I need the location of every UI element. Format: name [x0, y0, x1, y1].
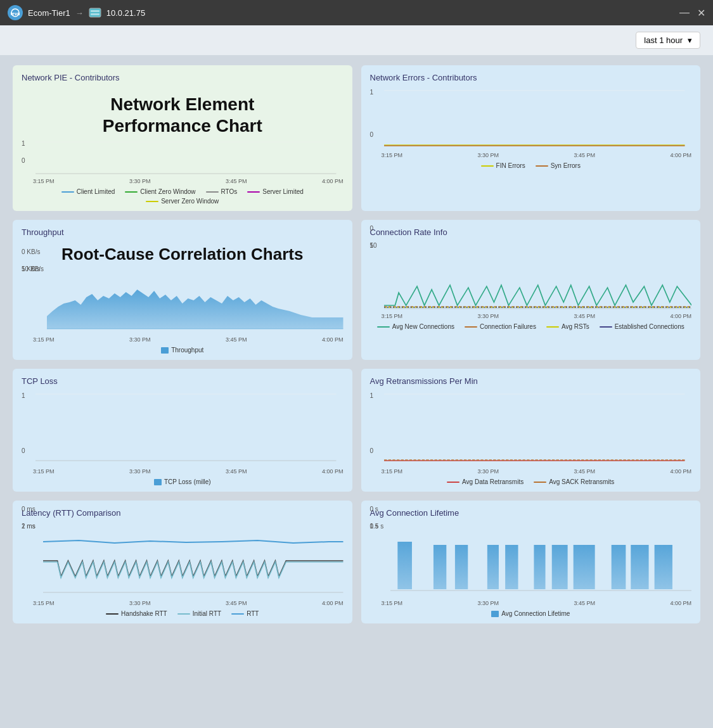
y-top-label: 1 [22, 140, 25, 147]
close-button[interactable]: ✕ [697, 8, 705, 17]
legend-initial-rtt: Initial RTT [177, 610, 221, 617]
latency-chart [43, 523, 344, 599]
latency-title: Latency (RTT) Comparison [22, 508, 344, 518]
arrow-icon: → [75, 8, 84, 18]
y-top-tcp: 1 [22, 392, 25, 399]
svg-rect-24 [534, 545, 545, 589]
legend-connection-failures: Connection Failures [465, 323, 536, 330]
svg-rect-26 [573, 545, 594, 589]
server-address: 10.0.21.75 [106, 8, 145, 18]
x-axis-network-pie: 3:15 PM 3:30 PM 3:45 PM 4:00 PM [22, 178, 344, 184]
toolbar: last 1 hour ▾ [0, 25, 713, 55]
legend-avg-new-connections: Avg New Connections [377, 323, 454, 330]
y-5kbs: 5 KB/s [22, 265, 40, 272]
throughput-legend: Throughput [22, 347, 344, 354]
tcp-loss-title: TCP Loss [22, 376, 344, 386]
avg-retransmissions-card: Avg Retransmissions Per Min 1 0 3:15 PM … [361, 369, 701, 492]
x-axis-connection-rate: 3:15 PM 3:30 PM 3:45 PM 4:00 PM [370, 313, 692, 319]
legend-avg-sack-retransmits: Avg SACK Retransmits [534, 478, 614, 485]
root-cause-overlay: Root-Cause Correlation Charts [22, 242, 344, 265]
time-selector[interactable]: last 1 hour ▾ [636, 32, 700, 49]
network-pie-card: Network PIE - Contributors Network Eleme… [13, 65, 352, 211]
legend-tcp-loss: TCP Loss (mille) [154, 478, 211, 485]
title-bar-left: leva Ecom-Tier1 → 10.0.21.75 [8, 5, 145, 20]
legend-rtt: RTT [231, 610, 259, 617]
svg-rect-16 [397, 542, 412, 589]
connection-rate-title: Connection Rate Info [370, 227, 692, 237]
y-5: 5 [370, 242, 374, 249]
y-1ms: 1 ms [22, 523, 35, 530]
svg-rect-25 [551, 545, 567, 589]
y-0: 0 [370, 225, 374, 232]
minimize-button[interactable]: — [680, 8, 689, 17]
network-errors-card: Network Errors - Contributors 1 0 3:15 P… [361, 65, 701, 211]
avg-connection-lifetime-title: Avg Connection Lifetime [370, 508, 692, 518]
latency-legend: Handshake RTT Initial RTT RTT [22, 610, 344, 617]
svg-rect-19 [454, 545, 467, 589]
x-axis-avg-retransmissions: 3:15 PM 3:30 PM 3:45 PM 4:00 PM [370, 468, 692, 475]
chevron-down-icon: ▾ [688, 35, 692, 45]
legend-server-limited: Server Limited [247, 188, 303, 195]
y-top-retrans: 1 [370, 392, 374, 399]
legend-avg-rsts: Avg RSTs [546, 323, 589, 330]
network-errors-legend: FIN Errors Syn Errors [370, 162, 692, 169]
svg-rect-22 [505, 545, 518, 589]
avg-connection-lifetime-legend: Avg Connection Lifetime [370, 610, 692, 617]
avg-connection-lifetime-card: Avg Connection Lifetime 1 s 0.5 s 0 s [361, 501, 701, 623]
throughput-title: Throughput [22, 227, 344, 237]
legend-client-zero-window: Client Zero Window [125, 188, 195, 195]
avg-retransmissions-legend: Avg Data Retransmits Avg SACK Retransmit… [370, 478, 692, 485]
tcp-loss-legend: TCP Loss (mille) [22, 478, 344, 485]
y-bottom-label: 0 [22, 157, 25, 164]
latency-card: Latency (RTT) Comparison 2 ms 1 ms 0 ms … [13, 501, 352, 623]
svg-rect-18 [433, 545, 446, 589]
y-05s: 0.5 s [370, 523, 384, 530]
svg-rect-2 [89, 8, 101, 17]
y-bottom-tcp: 0 [22, 447, 25, 454]
server-icon [89, 8, 101, 18]
legend-handshake-rtt: Handshake RTT [106, 610, 167, 617]
svg-rect-29 [631, 545, 648, 589]
network-errors-title: Network Errors - Contributors [370, 73, 692, 82]
svg-text:leva: leva [11, 11, 20, 16]
svg-rect-21 [487, 545, 498, 589]
svg-rect-30 [654, 545, 672, 589]
legend-established-connections: Established Connections [600, 323, 684, 330]
main-content: Network PIE - Contributors Network Eleme… [0, 55, 713, 634]
tcp-loss-chart [22, 391, 344, 467]
connection-rate-legend: Avg New Connections Connection Failures … [370, 323, 692, 330]
y-0ms: 0 ms [22, 506, 35, 513]
legend-avg-data-retransmits: Avg Data Retransmits [447, 478, 524, 485]
performance-chart-overlay: Network ElementPerformance Chart [22, 87, 344, 139]
svg-rect-4 [91, 13, 100, 15]
connection-rate-chart [384, 242, 692, 312]
window-controls: — ✕ [680, 8, 705, 17]
x-axis-tcp-loss: 3:15 PM 3:30 PM 3:45 PM 4:00 PM [22, 468, 344, 475]
x-axis-latency: 3:15 PM 3:30 PM 3:45 PM 4:00 PM [22, 600, 344, 606]
tcp-loss-card: TCP Loss 1 0 3:15 PM 3:30 PM 3:45 PM 4:0… [13, 369, 352, 492]
legend-fin-errors: FIN Errors [481, 162, 525, 169]
y-0s: 0 s [370, 506, 378, 513]
y-bottom-retrans: 0 [370, 447, 374, 454]
avg-retransmissions-title: Avg Retransmissions Per Min [370, 376, 692, 386]
x-axis-avg-connection-lifetime: 3:15 PM 3:30 PM 3:45 PM 4:00 PM [370, 600, 692, 606]
y-top-errors: 1 [370, 89, 374, 96]
app-name: Ecom-Tier1 [28, 8, 70, 18]
network-pie-title: Network PIE - Contributors [22, 73, 344, 82]
svg-rect-28 [611, 545, 626, 589]
svg-rect-3 [91, 10, 100, 12]
x-axis-network-errors: 3:15 PM 3:30 PM 3:45 PM 4:00 PM [370, 152, 692, 158]
time-selector-label: last 1 hour [644, 35, 683, 45]
legend-rtos: RTOs [206, 188, 238, 195]
legend-client-limited: Client Limited [61, 188, 115, 195]
throughput-card: Throughput Root-Cause Correlation Charts… [13, 220, 352, 360]
y-0kbs: 0 KB/s [22, 248, 40, 255]
avg-retransmissions-chart [370, 391, 692, 467]
app-icon: leva [8, 5, 23, 20]
avg-connection-lifetime-chart [390, 523, 692, 599]
legend-syn-errors: Syn Errors [536, 162, 581, 169]
network-pie-chart [22, 139, 344, 177]
connection-rate-card: Connection Rate Info 10 5 0 3:15 PM 3:30 [361, 220, 701, 360]
legend-throughput: Throughput [161, 347, 203, 354]
network-errors-chart [370, 87, 692, 151]
